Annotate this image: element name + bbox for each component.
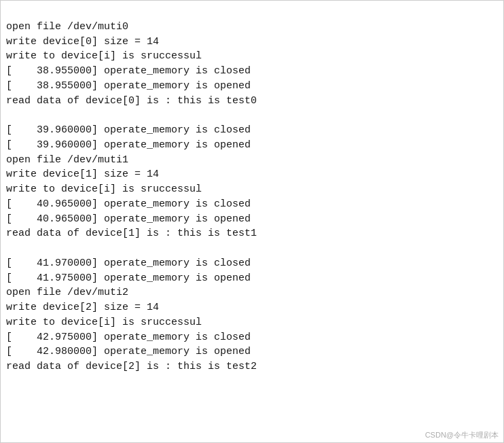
- terminal-line: open file /dev/muti1: [6, 153, 498, 168]
- terminal-line: [ 39.960000] operate_memory is opened: [6, 138, 498, 153]
- terminal-line: [ 40.965000] operate_memory is closed: [6, 197, 498, 212]
- terminal-line: [ 42.980000] operate_memory is opened: [6, 344, 498, 359]
- terminal-line: write device[0] size = 14: [6, 35, 498, 50]
- terminal-line: [ 40.965000] operate_memory is opened: [6, 212, 498, 227]
- terminal-empty-line: [6, 108, 498, 123]
- terminal-line: write device[1] size = 14: [6, 167, 498, 182]
- terminal-line: [ 38.955000] operate_memory is opened: [6, 79, 498, 94]
- terminal-empty-line: [6, 241, 498, 256]
- terminal-line: write to device[i] is sruccessul: [6, 182, 498, 197]
- terminal-line: open file /dev/muti0: [6, 20, 498, 35]
- terminal-line: [ 41.975000] operate_memory is opened: [6, 271, 498, 286]
- terminal-line: [ 38.955000] operate_memory is closed: [6, 64, 498, 79]
- terminal-line: read data of device[0] is : this is test…: [6, 94, 498, 109]
- terminal-line: [ 42.975000] operate_memory is closed: [6, 330, 498, 345]
- terminal-line: open file /dev/muti2: [6, 285, 498, 300]
- terminal-line: [ 39.960000] operate_memory is closed: [6, 123, 498, 138]
- watermark-label: CSDN@令牛卡哩剧本: [425, 430, 499, 440]
- terminal-line: [ 41.970000] operate_memory is closed: [6, 256, 498, 271]
- terminal-line: write to device[i] is sruccessul: [6, 315, 498, 330]
- terminal-line: write to device[i] is sruccessul: [6, 49, 498, 64]
- terminal-line: write device[2] size = 14: [6, 300, 498, 315]
- terminal-line: read data of device[1] is : this is test…: [6, 226, 498, 241]
- terminal-output: open file /dev/muti0write device[0] size…: [0, 0, 504, 443]
- terminal-line: read data of device[2] is : this is test…: [6, 359, 498, 374]
